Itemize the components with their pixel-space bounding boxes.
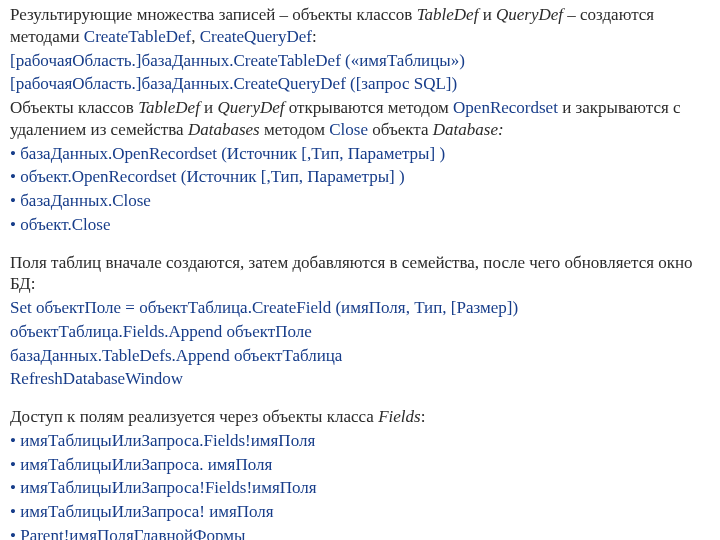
text: Результирующие множества записей – объек… [10, 5, 417, 24]
code-line: Set объектПоле = объектТаблица.CreateFie… [10, 297, 712, 319]
bullet-item: • имяТаблицыИлиЗапроса! имяПоля [10, 501, 712, 523]
code-line: [рабочаяОбласть.]базаДанных.CreateTableD… [10, 50, 712, 72]
text: Поля таблиц вначале создаются, затем доб… [10, 253, 693, 294]
text: Доступ к полям реализуется через объекты… [10, 407, 378, 426]
bullet-item: • объект.OpenRecordset (Источник [,Тип, … [10, 166, 712, 188]
code-line: базаДанных.TableDefs.Append объектТаблиц… [10, 345, 712, 367]
text: и [478, 5, 496, 24]
method-name: OpenRecordset [453, 98, 558, 117]
paragraph-1: Результирующие множества записей – объек… [10, 4, 712, 48]
paragraph-4: Доступ к полям реализуется через объекты… [10, 406, 712, 428]
method-name: CreateTableDef [84, 27, 191, 46]
bullet-item: • базаДанных.OpenRecordset (Источник [,Т… [10, 143, 712, 165]
class-name: Databases [188, 120, 260, 139]
text: , [191, 27, 200, 46]
text: методом [260, 120, 330, 139]
code-line: RefreshDatabaseWindow [10, 368, 712, 390]
text: Объекты классов [10, 98, 138, 117]
text: и [200, 98, 218, 117]
class-name: TableDef [417, 5, 479, 24]
code-line: объектТаблица.Fields.Append объектПоле [10, 321, 712, 343]
bullet-item: • имяТаблицыИлиЗапроса.Fields!имяПоля [10, 430, 712, 452]
bullet-item: • имяТаблицыИлиЗапроса. имяПоля [10, 454, 712, 476]
document-body: Результирующие множества записей – объек… [0, 0, 720, 540]
text: : [312, 27, 317, 46]
method-name: CreateQueryDef [200, 27, 312, 46]
bullet-item: • базаДанных.Close [10, 190, 712, 212]
spacer [10, 238, 712, 252]
text: открываются методом [285, 98, 454, 117]
text: : [421, 407, 426, 426]
paragraph-2: Объекты классов TableDef и QueryDef откр… [10, 97, 712, 141]
class-name: QueryDef [217, 98, 284, 117]
bullet-item: • имяТаблицыИлиЗапроса!Fields!имяПоля [10, 477, 712, 499]
class-name: Fields [378, 407, 421, 426]
bullet-item: • объект.Close [10, 214, 712, 236]
paragraph-3: Поля таблиц вначале создаются, затем доб… [10, 252, 712, 296]
method-name: Close [329, 120, 368, 139]
class-name: Database: [433, 120, 504, 139]
class-name: QueryDef [496, 5, 563, 24]
class-name: TableDef [138, 98, 200, 117]
code-line: [рабочаяОбласть.]базаДанных.CreateQueryD… [10, 73, 712, 95]
text: объекта [368, 120, 433, 139]
bullet-item: • Parent!имяПоляГлавнойФормы [10, 525, 712, 540]
spacer [10, 392, 712, 406]
